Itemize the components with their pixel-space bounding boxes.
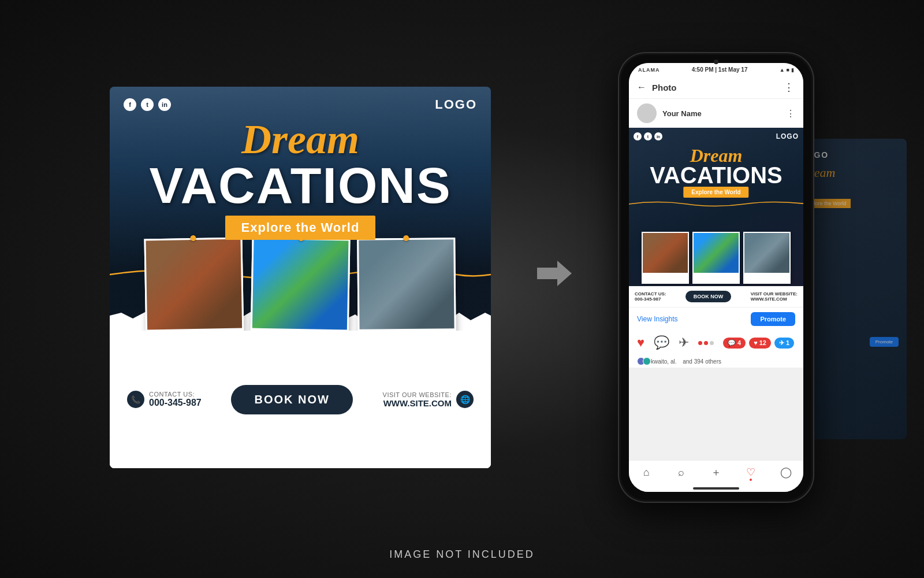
phone-insights-row: View Insights Promote	[629, 307, 803, 331]
phone-card-top: f t in LOGO	[634, 132, 799, 140]
card-logo: LOGO	[435, 97, 477, 112]
reaction-badges: 💬 4 ♥ 12 ✈ 1	[723, 338, 794, 349]
phone-photos-row	[629, 232, 803, 284]
photo-frame-3	[357, 238, 456, 342]
phone-bottom-nav: ⌂ ⌕ ＋ ♡ ◯	[629, 460, 803, 485]
card-top-bar: f t in LOGO	[110, 97, 491, 112]
profile-nav-icon[interactable]: ◯	[779, 465, 793, 479]
phone-photo-inner-3	[744, 233, 789, 273]
profile-options-icon[interactable]: ⋮	[786, 108, 795, 119]
vacations-text: VACATIONS	[121, 160, 479, 211]
website-url: WWW.SITE.COM	[383, 398, 452, 408]
more-options-icon[interactable]: ⋮	[784, 81, 795, 94]
photo-frame-2	[250, 238, 350, 343]
instagram-icon: in	[158, 98, 171, 111]
phone-photo-inner-1	[643, 233, 688, 273]
social-icons-group: f t in	[124, 98, 171, 111]
photo-3	[359, 239, 454, 329]
comment-badge: 💬 4	[723, 338, 746, 349]
home-nav-icon[interactable]: ⌂	[639, 465, 653, 479]
phone-camera	[714, 60, 718, 64]
profile-row: Your Name ⋮	[629, 99, 803, 128]
reaction-dots	[698, 341, 714, 345]
book-now-button[interactable]: BOOK NOW	[231, 385, 352, 414]
like-icon-badge: ♥	[754, 339, 758, 346]
explore-badge: Explore the World	[225, 216, 376, 240]
card-bottom-bar: 📞 CONTACT US: 000-345-987 BOOK NOW VISIT…	[110, 331, 491, 468]
share-count: 1	[786, 339, 789, 346]
like-badge: ♥ 12	[749, 338, 771, 349]
bg-promote-button[interactable]: Promote	[870, 337, 899, 347]
likes-avatars	[637, 357, 649, 365]
phone-mockup: ALAMA 4:50 PM | 1st May 17 ▲ ■ ▮ ← Photo…	[618, 52, 814, 503]
phone-screen: ALAMA 4:50 PM | 1st May 17 ▲ ■ ▮ ← Photo…	[629, 63, 803, 492]
signal-icon: ■	[787, 67, 789, 73]
photo-2	[252, 239, 349, 330]
dream-text: Dream	[121, 118, 479, 160]
share-badge: ✈ 1	[774, 338, 794, 349]
heart-reaction-icon[interactable]: ♥	[637, 335, 644, 350]
contact-label: CONTACT US:	[149, 391, 202, 398]
nav-title: Photo	[652, 83, 778, 92]
back-arrow-icon[interactable]: ←	[637, 82, 646, 92]
phone-reaction-row: ♥ 💬 ✈ 💬 4 ♥	[629, 331, 803, 355]
wifi-icon: ▲	[780, 67, 785, 73]
phone-website-info: VISIT OUR WEBSITE: WWW.SITE.COM	[751, 291, 798, 302]
phone-likes-text: kwaito, al. and 394 others	[629, 355, 803, 368]
search-nav-icon[interactable]: ⌕	[675, 465, 688, 479]
phone-photo-inner-2	[694, 233, 739, 273]
phone-contact-info: CONTACT US: 000-345-987	[635, 291, 666, 302]
phone-status-bar: ALAMA 4:50 PM | 1st May 17 ▲ ■ ▮	[629, 63, 803, 76]
phone-contact-label: CONTACT US:	[635, 291, 666, 297]
phone-contact-number: 000-345-987	[635, 297, 666, 302]
photo-1	[146, 239, 242, 330]
twitter-icon: t	[141, 98, 154, 111]
bg-card-dream-text: Dream	[800, 165, 897, 180]
contact-info: 📞 CONTACT US: 000-345-987	[127, 391, 202, 408]
photo-frames-container	[110, 238, 491, 342]
phone-card-bottom-bar: CONTACT US: 000-345-987 BOOK NOW VISIT O…	[629, 286, 803, 307]
phone-app-nav: ← Photo ⋮	[629, 76, 803, 99]
share-icon[interactable]: ✈	[679, 335, 689, 350]
bottom-label: IMAGE NOT INCLUDED	[389, 549, 535, 561]
profile-avatar	[637, 103, 657, 123]
like-count: 12	[759, 339, 766, 346]
view-insights-link[interactable]: View Insights	[637, 315, 677, 323]
like-nav-icon[interactable]: ♡	[744, 465, 758, 479]
promote-button[interactable]: Promote	[751, 312, 795, 326]
dot-active-2	[704, 341, 708, 345]
comment-icon[interactable]: 💬	[654, 335, 669, 350]
phone-post-card: f t in LOGO Dream VACATIONS Explore the …	[629, 128, 803, 307]
dot-inactive	[710, 341, 714, 345]
add-nav-icon[interactable]: ＋	[709, 465, 723, 479]
status-icons: ▲ ■ ▮	[780, 67, 794, 73]
globe-icon: 🌐	[456, 391, 474, 408]
phone-card-logo: LOGO	[776, 132, 799, 140]
bg-card-logo: LOGO	[800, 150, 897, 160]
phone-book-now-button[interactable]: BOOK NOW	[685, 291, 732, 302]
phone-inner-border: ALAMA 4:50 PM | 1st May 17 ▲ ■ ▮ ← Photo…	[621, 55, 811, 500]
share-icon-badge: ✈	[779, 339, 784, 347]
likes-names: kwaito, al.	[651, 358, 676, 365]
profile-name: Your Name	[662, 109, 780, 118]
status-time: 4:50 PM | 1st May 17	[692, 66, 748, 73]
dot-active-1	[698, 341, 702, 345]
phone-tw-icon: t	[644, 132, 652, 140]
spacer	[629, 368, 803, 460]
card-headline: Dream VACATIONS Explore the World	[110, 118, 491, 240]
svg-marker-0	[537, 261, 572, 286]
arrow-icon	[537, 256, 572, 299]
main-container: f t in LOGO Dream VACATIONS Explore the …	[110, 52, 814, 503]
battery-icon: ▮	[791, 67, 794, 73]
photo-frame-1	[144, 238, 244, 343]
phone-social-icons: f t in	[634, 132, 662, 140]
comment-icon-badge: 💬	[728, 339, 736, 347]
tiny-avatar-2	[643, 357, 651, 365]
phone-vacations-text: VACATIONS	[629, 162, 803, 188]
contact-number: 000-345-987	[149, 398, 202, 408]
home-indicator	[693, 487, 739, 490]
phone-gold-wave	[629, 200, 803, 211]
nav-active-dot	[750, 479, 752, 481]
comment-count: 4	[737, 339, 741, 346]
phone-website-label: VISIT OUR WEBSITE:	[751, 291, 798, 297]
